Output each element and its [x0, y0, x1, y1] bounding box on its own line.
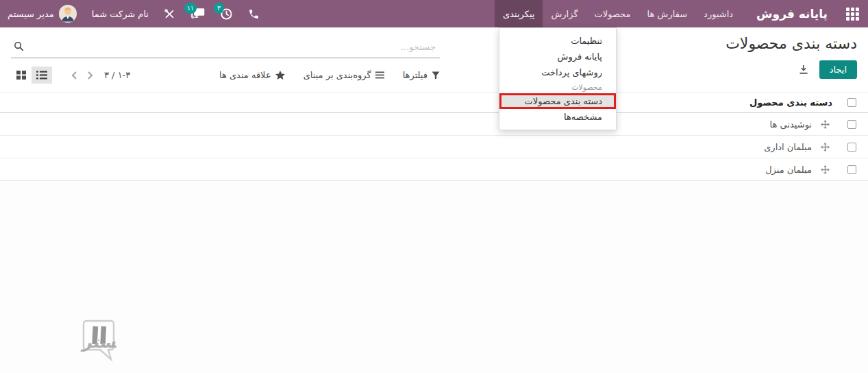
company-name: نام شرکت شما — [92, 9, 149, 19]
kanban-view-button[interactable] — [11, 67, 32, 84]
group-by-label: گروه‌بندی بر مبنای — [303, 70, 371, 80]
configuration-dropdown: تنظیمات پایانه فروش روشهای پرداخت محصولا… — [499, 27, 617, 130]
action-buttons: ایجاد — [799, 60, 857, 79]
move-icon — [821, 165, 830, 174]
support-tools-button[interactable] — [156, 0, 183, 27]
filters-button[interactable]: فیلترها — [403, 70, 440, 80]
watermark-logo: تسهیل گستر — [14, 315, 116, 365]
row-checkbox[interactable] — [847, 143, 856, 152]
messages-badge: ۱۱ — [184, 3, 197, 14]
search-options: فیلترها گروه‌بندی بر مبنای — [219, 70, 440, 80]
top-navbar: پایانه فروش داشبورد سفارش ها محصولات گزا… — [0, 0, 868, 27]
drag-handle[interactable] — [815, 143, 835, 152]
group-by-button[interactable]: گروه‌بندی بر مبنای — [303, 70, 384, 80]
search-bar — [11, 36, 440, 58]
page-title: دسته بندی محصولات — [726, 35, 857, 52]
phone-icon — [248, 8, 260, 20]
chevron-right-icon — [86, 71, 93, 80]
table-header-row: دسته بندی محصول — [0, 92, 868, 113]
column-header-product-category[interactable]: دسته بندی محصول — [749, 97, 835, 108]
category-name: مبلمان اداری — [764, 142, 815, 152]
row-checkbox[interactable] — [847, 165, 856, 174]
pager-previous-button[interactable] — [82, 69, 97, 82]
move-icon — [821, 143, 830, 152]
user-menu[interactable]: مدیر سیستم — [0, 0, 84, 27]
category-name: مبلمان منزل — [765, 165, 815, 175]
chevron-left-icon — [71, 71, 78, 80]
drag-handle[interactable] — [815, 165, 835, 174]
pager-counter: ۱-۳ / ۳ — [104, 70, 130, 80]
messages-button[interactable]: ۱۱ — [183, 0, 212, 27]
activities-badge: ۳ — [214, 3, 224, 14]
apps-menu-button[interactable] — [837, 0, 868, 27]
screen: پایانه فروش داشبورد سفارش ها محصولات گزا… — [0, 0, 868, 373]
download-icon — [799, 64, 808, 75]
menu-item-settings[interactable]: تنظیمات — [499, 33, 616, 49]
menu-item-attributes[interactable]: مشخصه‌ها — [499, 109, 616, 125]
nav-reporting[interactable]: گزارش — [543, 0, 586, 27]
nav-configuration[interactable]: پیکربندی — [495, 0, 543, 27]
kanban-view-icon — [16, 71, 26, 80]
table-row[interactable]: مبلمان اداری — [0, 136, 868, 158]
app-name[interactable]: پایانه فروش — [741, 0, 837, 27]
search-input[interactable] — [11, 36, 440, 58]
list-view-button[interactable] — [32, 67, 52, 84]
view-switcher — [11, 67, 52, 84]
tools-icon — [164, 8, 175, 20]
create-button[interactable]: ایجاد — [819, 60, 857, 79]
search-icon — [14, 41, 24, 54]
control-panel: دسته بندی محصولات ایجاد — [0, 27, 868, 92]
nav-orders[interactable]: سفارش ها — [639, 0, 696, 27]
avatar — [59, 5, 77, 23]
select-all-checkbox[interactable] — [847, 98, 856, 107]
nav-dashboard[interactable]: داشبورد — [695, 0, 741, 27]
menu-item-product-categories[interactable]: دسته بندی محصولات — [499, 93, 616, 109]
control-panel-left: فیلترها گروه‌بندی بر مبنای — [11, 34, 440, 84]
apps-grid-icon — [846, 8, 859, 21]
filters-pager-row: فیلترها گروه‌بندی بر مبنای — [11, 67, 440, 84]
star-icon — [275, 71, 285, 80]
group-by-icon — [375, 71, 384, 79]
filters-label: فیلترها — [403, 70, 427, 80]
menu-item-point-of-sale[interactable]: پایانه فروش — [499, 49, 616, 64]
company-menu[interactable]: نام شرکت شما — [84, 0, 156, 27]
filter-icon — [432, 71, 440, 80]
row-checkbox[interactable] — [847, 120, 856, 129]
drag-handle[interactable] — [815, 120, 835, 129]
menu-item-payment-methods[interactable]: روشهای پرداخت — [499, 64, 616, 80]
export-button[interactable] — [799, 64, 808, 75]
category-name: نوشیدنی ها — [770, 119, 815, 130]
watermark-text: تسهیل گستر — [80, 333, 116, 352]
table-row[interactable]: نوشیدنی ها — [0, 113, 868, 136]
menu-section-products: محصولات — [499, 80, 616, 93]
main-menu: داشبورد سفارش ها محصولات گزارش پیکربندی — [495, 0, 741, 27]
nav-products[interactable]: محصولات — [586, 0, 639, 27]
category-list: دسته بندی محصول نوشیدنی ها مبلمان اداری — [0, 92, 868, 181]
favorites-label: علاقه مندی ها — [219, 70, 271, 80]
pager-group: ۱-۳ / ۳ — [11, 67, 130, 84]
phone-button[interactable] — [240, 0, 267, 27]
move-icon — [821, 120, 830, 129]
table-row[interactable]: مبلمان منزل — [0, 158, 868, 181]
navbar-right-group: پایانه فروش داشبورد سفارش ها محصولات گزا… — [495, 0, 868, 27]
list-view-icon — [36, 71, 47, 80]
user-name: مدیر سیستم — [8, 9, 54, 19]
systray: ۳ ۱۱ نام شرکت شما — [0, 0, 267, 27]
favorites-button[interactable]: علاقه مندی ها — [219, 70, 285, 80]
pager-next-button[interactable] — [67, 69, 82, 82]
activities-button[interactable]: ۳ — [212, 0, 240, 27]
